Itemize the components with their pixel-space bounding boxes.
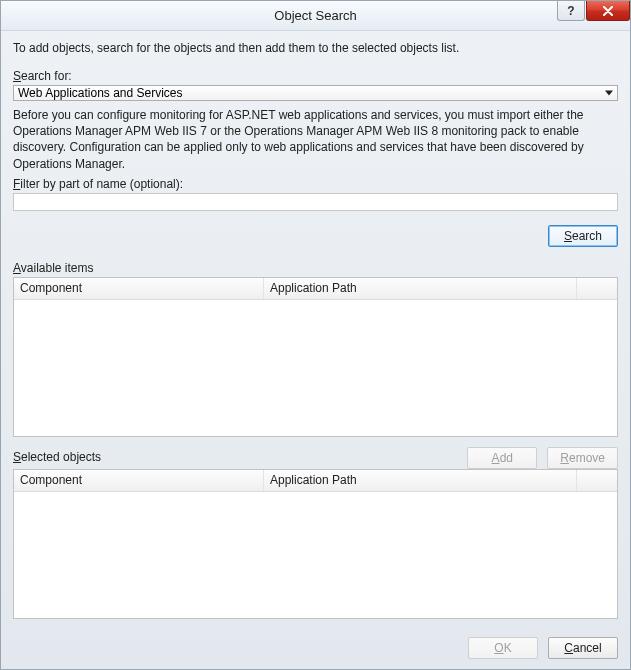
cancel-button[interactable]: Cancel (548, 637, 618, 659)
help-button[interactable]: ? (557, 1, 585, 21)
search-for-selected: Web Applications and Services (18, 86, 183, 100)
column-spacer (577, 278, 617, 299)
object-search-dialog: Object Search ? To add objects, search f… (0, 0, 631, 670)
filter-input[interactable] (13, 193, 618, 211)
add-button: Add (467, 447, 537, 469)
close-button[interactable] (586, 1, 630, 21)
column-component[interactable]: Component (14, 470, 264, 491)
remove-button: Remove (547, 447, 618, 469)
ok-button: OK (468, 637, 538, 659)
titlebar: Object Search ? (1, 1, 630, 31)
filter-label: Filter by part of name (optional): (13, 177, 618, 191)
titlebar-buttons: ? (556, 1, 630, 23)
search-for-label: Search for: (13, 69, 618, 83)
available-items-body[interactable] (14, 300, 617, 436)
selected-objects-label: Selected objects (13, 450, 101, 464)
column-component[interactable]: Component (14, 278, 264, 299)
column-application-path[interactable]: Application Path (264, 278, 577, 299)
search-button[interactable]: Search (548, 225, 618, 247)
chevron-down-icon (605, 91, 613, 96)
dialog-content: To add objects, search for the objects a… (1, 31, 630, 669)
column-spacer (577, 470, 617, 491)
selected-objects-body[interactable] (14, 492, 617, 618)
instructions-text: To add objects, search for the objects a… (13, 41, 618, 55)
window-title: Object Search (1, 8, 630, 23)
column-application-path[interactable]: Application Path (264, 470, 577, 491)
close-icon (602, 6, 614, 16)
available-items-grid[interactable]: Component Application Path (13, 277, 618, 437)
selected-objects-grid[interactable]: Component Application Path (13, 469, 618, 619)
available-items-label: Available items (13, 261, 618, 275)
available-items-header: Component Application Path (14, 278, 617, 300)
selected-objects-header: Component Application Path (14, 470, 617, 492)
search-for-dropdown[interactable]: Web Applications and Services (13, 85, 618, 101)
description-text: Before you can configure monitoring for … (13, 107, 618, 172)
